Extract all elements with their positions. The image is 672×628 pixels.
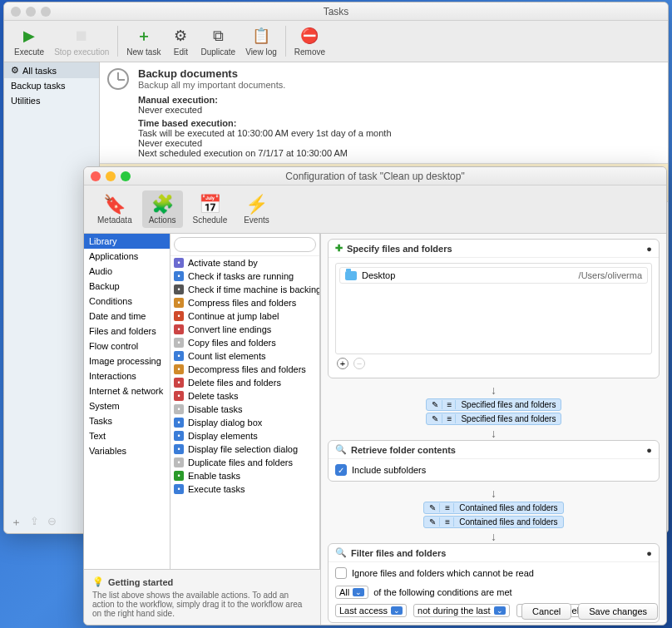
config-titlebar[interactable]: Configuration of task "Clean up desktop" <box>84 167 666 185</box>
toolbar-execute[interactable]: Execute <box>9 24 49 58</box>
action-search-input[interactable] <box>174 237 316 252</box>
action-item[interactable]: •Delete files and folders <box>170 376 319 389</box>
add-icon[interactable]: ＋ <box>11 515 22 530</box>
action-icon: • <box>174 404 184 414</box>
action-item[interactable]: •Delete tasks <box>170 389 319 403</box>
lightbulb-icon: 💡 <box>92 576 104 587</box>
category-variables[interactable]: Variables <box>84 443 170 458</box>
tab-metadata[interactable]: 🔖Metadata <box>91 190 139 228</box>
action-search-wrap <box>170 234 319 256</box>
action-icon: • <box>174 418 184 428</box>
plus-icon: ✚ <box>335 243 343 254</box>
action-item[interactable]: •Check if time machine is backing up dat <box>170 283 319 296</box>
action-icon: • <box>174 271 184 281</box>
config-tabs: 🔖Metadata🧩Actions📅Schedule⚡Events <box>84 185 666 234</box>
category-applications[interactable]: Applications <box>84 249 170 264</box>
match-select[interactable]: All⌄ <box>335 586 368 599</box>
toolbar-edit[interactable]: Edit <box>166 24 195 58</box>
category-image-processing[interactable]: Image processing <box>84 354 170 368</box>
remove-file-button[interactable]: − <box>353 358 365 369</box>
action-item[interactable]: •Count list elements <box>170 349 319 363</box>
tasks-toolbar: ExecuteStop executionNew taskEditDuplica… <box>4 21 668 62</box>
tab-events[interactable]: ⚡Events <box>237 190 276 228</box>
config-traffic-lights[interactable] <box>91 171 131 181</box>
tasks-titlebar[interactable]: Tasks <box>4 2 668 21</box>
action-item[interactable]: •Compress files and folders <box>170 296 319 309</box>
config-window: Configuration of task "Clean up desktop"… <box>83 166 667 626</box>
action-icon: • <box>174 471 184 481</box>
category-flow-control[interactable]: Flow control <box>84 339 170 354</box>
cancel-button[interactable]: Cancel <box>521 603 571 620</box>
action-icon: • <box>174 378 184 388</box>
toolbar-duplicate[interactable]: Duplicate <box>195 24 240 58</box>
toolbar-remove[interactable]: Remove <box>289 24 330 58</box>
action-icon: • <box>174 258 184 268</box>
action-item[interactable]: •Check if tasks are running <box>170 269 319 283</box>
category-interactions[interactable]: Interactions <box>84 368 170 383</box>
action-icon: • <box>174 351 184 361</box>
category-text[interactable]: Text <box>84 428 170 443</box>
contained-pill[interactable]: ✎≡Contained files and folders <box>423 502 563 514</box>
retrieve-card: 🔍Retrieve folder contents● ✓ Include sub… <box>328 440 660 482</box>
cond-op-select[interactable]: not during the last⌄ <box>413 604 509 617</box>
tab-actions[interactable]: 🧩Actions <box>142 190 183 228</box>
action-icon: • <box>174 324 184 334</box>
getting-started-body: The list above shows the available actio… <box>92 591 312 618</box>
category-backup[interactable]: Backup <box>84 279 170 294</box>
category-audio[interactable]: Audio <box>84 264 170 279</box>
save-button[interactable]: Save changes <box>578 603 658 620</box>
schedule-icon: 📅 <box>199 194 221 215</box>
toolbar-new-task[interactable]: New task <box>121 24 166 58</box>
action-item[interactable]: •Decompress files and folders <box>170 363 319 376</box>
category-system[interactable]: System <box>84 398 170 413</box>
file-entry[interactable]: Desktop /Users/oliverma <box>339 267 648 284</box>
action-item[interactable]: •Copy files and folders <box>170 336 319 349</box>
action-icon: • <box>174 298 184 308</box>
task-subtitle: Backup all my important documents. <box>138 80 392 90</box>
action-item[interactable]: •Enable tasks <box>170 469 319 482</box>
ignore-row[interactable]: Ignore files and folders which cannot be… <box>335 567 652 579</box>
action-item[interactable]: •Display dialog box <box>170 416 319 429</box>
sidebar-item-utilities[interactable]: Utilities <box>4 93 99 108</box>
specified-pill-2[interactable]: ✎≡Specified files and folders <box>426 413 562 425</box>
share-icon[interactable]: ⇪ <box>30 515 39 530</box>
file-entry-name: Desktop <box>362 270 395 280</box>
metadata-icon: 🔖 <box>103 194 126 215</box>
action-item[interactable]: •Display file selection dialog <box>170 443 319 456</box>
cond-field-select[interactable]: Last access⌄ <box>335 604 407 617</box>
tasks-traffic-lights[interactable] <box>11 7 51 17</box>
toolbar-stop-execution[interactable]: Stop execution <box>49 24 114 58</box>
category-internet---network[interactable]: Internet & network <box>84 383 170 398</box>
toolbar-view-log[interactable]: View log <box>240 24 282 58</box>
search-icon: 🔍 <box>335 444 347 455</box>
action-item[interactable]: •Continue at jump label <box>170 309 319 323</box>
category-conditions[interactable]: Conditions <box>84 294 170 309</box>
action-item[interactable]: •Disable tasks <box>170 403 319 416</box>
category-tasks[interactable]: Tasks <box>84 413 170 428</box>
category-date-and-time[interactable]: Date and time <box>84 309 170 324</box>
action-item[interactable]: •Convert line endings <box>170 323 319 336</box>
collapse-icon[interactable]: ● <box>646 548 652 558</box>
clock-icon <box>107 68 129 90</box>
add-file-button[interactable]: + <box>337 358 348 369</box>
action-item[interactable]: •Activate stand by <box>170 256 319 269</box>
contained-pill-2[interactable]: ✎≡Contained files and folders <box>423 516 563 528</box>
action-item[interactable]: •Duplicate files and folders <box>170 456 319 469</box>
collapse-icon[interactable]: ● <box>646 445 652 455</box>
task-row[interactable]: Backup documentsBackup all my important … <box>100 62 668 164</box>
action-icon: • <box>174 431 184 441</box>
sidebar-item-backup-tasks[interactable]: Backup tasks <box>4 78 99 93</box>
category-library[interactable]: Library <box>84 234 170 249</box>
arrow-icon: ↓ <box>328 530 660 543</box>
include-subfolders-row[interactable]: ✓ Include subfolders <box>335 464 652 476</box>
action-item[interactable]: •Display elements <box>170 429 319 443</box>
specified-pill[interactable]: ✎≡Specified files and folders <box>426 398 562 411</box>
category-files-and-folders[interactable]: Files and folders <box>84 324 170 339</box>
collapse-icon[interactable]: ● <box>646 244 652 254</box>
action-item[interactable]: •Execute tasks <box>170 482 319 496</box>
sidebar-item-all-tasks[interactable]: ⚙All tasks <box>4 62 99 78</box>
action-list: •Activate stand by•Check if tasks are ru… <box>170 256 319 569</box>
tab-schedule[interactable]: 📅Schedule <box>186 190 235 228</box>
remove-icon[interactable]: ⊖ <box>47 515 57 530</box>
retrieve-title: Retrieve folder contents <box>351 445 456 455</box>
